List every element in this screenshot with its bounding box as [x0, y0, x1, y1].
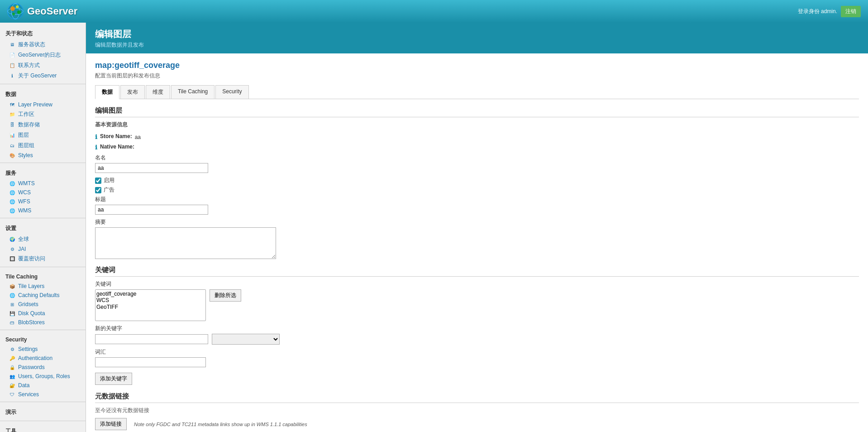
name-label: 名名: [95, 154, 859, 162]
sidebar-item-contact[interactable]: 📋 联系方式: [0, 60, 86, 71]
about-section-title: 关于和状态: [0, 26, 86, 39]
tab-tile-caching[interactable]: Tile Caching: [171, 85, 215, 99]
svg-point-5: [16, 5, 19, 8]
tab-data[interactable]: 数据: [95, 85, 119, 99]
gridsets-icon: ⊞: [9, 301, 15, 307]
metadata-note: Note only FGDC and TC211 metadata links …: [134, 422, 307, 427]
sidebar-item-layers[interactable]: 📊 图层: [0, 130, 86, 140]
logout-button[interactable]: 注销: [841, 6, 861, 17]
tab-security[interactable]: Security: [215, 85, 248, 99]
layer-icon: 📊: [9, 132, 15, 139]
name-row: 名名: [95, 154, 859, 173]
coverage-icon: 🔲: [9, 256, 15, 262]
sidebar-item-wmts[interactable]: 🌐 WMTS: [0, 179, 86, 188]
sidebar-item-wfs[interactable]: 🌐 WFS: [0, 197, 86, 206]
form-section-subtitle: 基本资源信息: [95, 121, 859, 129]
data-section-title: 数据: [0, 87, 86, 100]
store-name-row: ℹ Store Name: aa: [95, 133, 859, 141]
services-section-title: 服务: [0, 166, 86, 179]
sidebar-item-authentication[interactable]: 🔑 Authentication: [0, 354, 86, 363]
svg-point-7: [12, 13, 15, 15]
name-input[interactable]: [95, 163, 208, 173]
page-header: 编辑图层 编辑层数据并且发布: [86, 23, 868, 53]
title-label: 标题: [95, 196, 859, 203]
settings-section-title: 设置: [0, 221, 86, 234]
abstract-row: 摘要: [95, 218, 859, 260]
user-area: 登录身份 admin. 注销: [798, 6, 861, 17]
metadata-empty: 至今还没有元数据链接: [95, 407, 859, 414]
add-link-button[interactable]: 添加链接: [95, 418, 127, 430]
jai-icon: ⚙: [9, 246, 15, 252]
header: GeoServer 登录身份 admin. 注销: [0, 0, 868, 23]
title-input[interactable]: [95, 205, 208, 215]
layergroup-icon: 🗂: [9, 143, 15, 149]
divider-2: [0, 163, 86, 163]
keyword-option-2[interactable]: GeoTIFF: [96, 304, 205, 310]
sidebar-item-workspaces[interactable]: 📁 工作区: [0, 109, 86, 120]
sidebar-item-server-status[interactable]: 🖥 服务器状态: [0, 39, 86, 50]
about-icon: ℹ: [9, 73, 15, 79]
layer-desc: 配置当前图层的和发布信息: [95, 72, 859, 80]
sidebar-item-wms[interactable]: 🌐 WMS: [0, 206, 86, 215]
sidebar-item-layer-preview[interactable]: 🗺 Layer Preview: [0, 100, 86, 109]
new-keyword-row: 新的关键字: [95, 325, 859, 345]
advertised-label: 广告: [104, 186, 114, 194]
logo-icon: [7, 3, 24, 19]
store-icon: 🗄: [9, 122, 15, 128]
sidebar-item-passwords[interactable]: 🔒 Passwords: [0, 363, 86, 372]
metadata-link-row: 添加链接 Note only FGDC and TC211 metadata l…: [95, 418, 859, 430]
workspace-icon: 📁: [9, 111, 15, 118]
demos-section-title: 演示: [0, 405, 86, 418]
tab-publish[interactable]: 发布: [120, 85, 145, 99]
sidebar-item-tile-layers[interactable]: 📦 Tile Layers: [0, 282, 86, 291]
sidebar-item-about[interactable]: ℹ 关于 GeoServer: [0, 71, 86, 81]
sidebar-item-data[interactable]: 🔐 Data: [0, 381, 86, 390]
sidebar-item-layergroups[interactable]: 🗂 图层组: [0, 140, 86, 151]
caching-icon: 🌐: [9, 292, 15, 298]
tab-dimensions[interactable]: 维度: [146, 85, 170, 99]
sidebar-item-geoserver-log[interactable]: 📄 GeoServer的日志: [0, 50, 86, 60]
keyword-option-1[interactable]: WCS: [96, 297, 205, 303]
sidebar-item-wcs[interactable]: 🌐 WCS: [0, 188, 86, 197]
divider-4: [0, 267, 86, 267]
server-icon: 🖥: [9, 42, 15, 48]
blobstores-icon: 🗃: [9, 319, 15, 326]
delete-keywords-button[interactable]: 删除所选: [210, 289, 241, 302]
vocab-row: 词汇: [95, 348, 859, 367]
store-name-value: aa: [135, 134, 141, 140]
divider-6: [0, 402, 86, 402]
sidebar-item-coverage-access[interactable]: 🔲 覆盖密访问: [0, 254, 86, 264]
enabled-checkbox[interactable]: [95, 178, 101, 184]
sidebar-item-jai[interactable]: ⚙ JAI: [0, 245, 86, 254]
sidebar-item-disk-quota[interactable]: 💾 Disk Quota: [0, 309, 86, 318]
vocab-input[interactable]: [95, 357, 206, 367]
sidebar-item-styles[interactable]: 🎨 Styles: [0, 151, 86, 160]
users-icon: 👥: [9, 373, 15, 379]
advertised-checkbox[interactable]: [95, 187, 101, 193]
sidebar-item-services[interactable]: 🛡 Services: [0, 390, 86, 399]
page-title: 编辑图层: [95, 28, 859, 40]
passwords-icon: 🔒: [9, 364, 15, 370]
divider-5: [0, 330, 86, 330]
keywords-row: geotiff_coverage WCS GeoTIFF 删除所选: [95, 289, 859, 321]
sidebar-item-caching-defaults[interactable]: 🌐 Caching Defaults: [0, 291, 86, 300]
new-keyword-input[interactable]: [95, 334, 208, 344]
wcs-icon: 🌐: [9, 189, 15, 196]
sidebar-item-datastores[interactable]: 🗄 数据存储: [0, 120, 86, 130]
sidebar-item-users-groups-roles[interactable]: 👥 Users, Groups, Roles: [0, 372, 86, 381]
sidebar-item-gridsets[interactable]: ⊞ Gridsets: [0, 300, 86, 309]
page-subtitle: 编辑层数据并且发布: [95, 41, 859, 49]
keywords-list[interactable]: geotiff_coverage WCS GeoTIFF: [95, 289, 206, 321]
title-row: 标题: [95, 196, 859, 215]
sidebar-item-blobstores[interactable]: 🗃 BlobStores: [0, 318, 86, 327]
sidebar-item-global[interactable]: 🌍 全球: [0, 234, 86, 245]
add-keyword-button[interactable]: 添加关键字: [95, 373, 132, 385]
auth-icon: 🔑: [9, 355, 15, 361]
keyword-option-0[interactable]: geotiff_coverage: [96, 291, 205, 297]
sidebar-item-settings[interactable]: ⚙ Settings: [0, 345, 86, 354]
abstract-textarea[interactable]: [95, 227, 276, 259]
vocab-label: 词汇: [95, 348, 859, 356]
vocabulary-select[interactable]: [212, 334, 280, 345]
keywords-section-title: 关键词: [95, 266, 859, 277]
svg-point-4: [10, 6, 15, 11]
